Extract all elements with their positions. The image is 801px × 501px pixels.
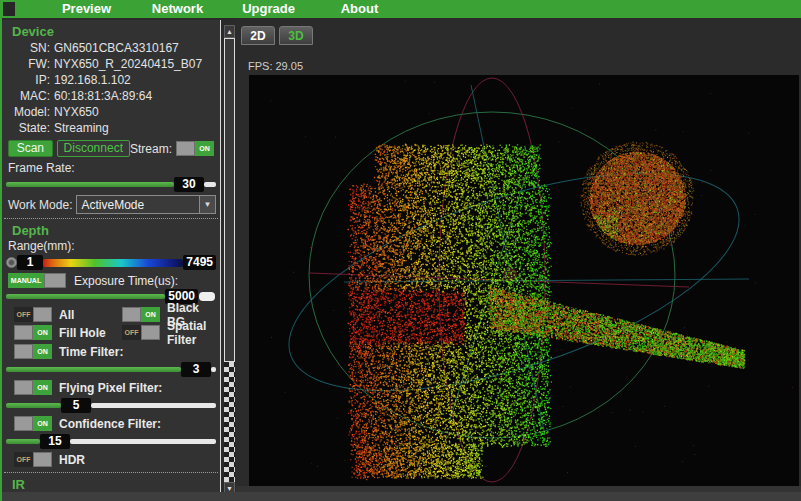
device-state-row: State: Streaming [2, 120, 220, 136]
scrollbar-thumb[interactable] [224, 38, 235, 362]
black-bg-toggle[interactable]: ON [122, 307, 160, 322]
slider-fill [6, 294, 165, 299]
frame-rate-slider[interactable]: 30 [6, 177, 216, 192]
confidence-filter-label: Confidence Filter: [59, 417, 161, 431]
sidebar-scrollbar[interactable]: ▲ ▼ [224, 25, 235, 495]
slider-fill [6, 367, 181, 372]
slider-fill [6, 403, 61, 408]
main-area: 2D 3D FPS: 29.05 [236, 18, 801, 501]
frame-rate-label: Frame Rate: [2, 159, 220, 176]
exposure-label: Exposure Time(us): [74, 274, 178, 288]
work-mode-label: Work Mode: [8, 198, 72, 212]
spatial-filter-toggle[interactable]: OFF [122, 325, 160, 340]
slider-track [70, 439, 216, 444]
slider-fill [6, 182, 174, 187]
confidence-value: 15 [40, 434, 70, 449]
toggle-knob [14, 380, 33, 395]
pointcloud-viewport[interactable] [249, 75, 799, 486]
slider-fill [6, 439, 40, 444]
menu-network[interactable]: Network [132, 0, 223, 18]
menu-preview[interactable]: Preview [41, 0, 132, 18]
range-min-value: 1 [17, 255, 43, 270]
tab-2d[interactable]: 2D [241, 26, 275, 45]
spatial-filter-label: Spatial Filter [167, 319, 220, 347]
scroll-up-icon[interactable]: ▲ [224, 25, 235, 38]
all-label: All [59, 308, 74, 322]
device-section-title: Device [2, 22, 220, 40]
depth-section-title: Depth [2, 221, 220, 239]
scan-button[interactable]: Scan [8, 140, 53, 157]
confidence-slider[interactable]: 15 [6, 434, 216, 449]
toggle-knob [33, 307, 52, 322]
device-fw-row: FW: NYX650_R_20240415_B07 [2, 56, 220, 72]
depth-range-slider[interactable]: 1 7495 [6, 255, 216, 270]
range-max-value: 7495 [183, 255, 216, 270]
tab-3d[interactable]: 3D [279, 26, 313, 45]
stream-toggle[interactable]: ON [176, 141, 214, 156]
stream-label: Stream: [130, 142, 172, 156]
toggle-knob [141, 325, 160, 340]
disconnect-button[interactable]: Disconnect [57, 140, 130, 157]
menu-upgrade[interactable]: Upgrade [223, 0, 314, 18]
menu-bar: Preview Network Upgrade About [2, 0, 801, 18]
flying-pixel-slider[interactable]: 5 [6, 398, 216, 413]
flying-pixel-filter-toggle[interactable]: ON [14, 380, 52, 395]
chevron-down-icon[interactable]: ▼ [199, 196, 215, 213]
slider-track [211, 367, 216, 372]
view-tabs: 2D 3D [241, 26, 313, 45]
time-filter-label: Time Filter: [59, 345, 123, 359]
all-toggle[interactable]: OFF [14, 307, 52, 322]
exposure-manual-toggle[interactable]: MANUAL [8, 273, 66, 288]
fps-counter: FPS: 29.05 [248, 60, 303, 72]
ir-section-title: IR [2, 475, 220, 493]
confidence-filter-toggle[interactable]: ON [14, 416, 52, 431]
sidebar-panel: Device SN: GN6501CBCA3310167 FW: NYX650_… [2, 20, 221, 497]
toggle-knob [176, 141, 195, 156]
time-filter-value: 3 [181, 362, 211, 377]
slider-track [204, 182, 216, 187]
time-filter-toggle[interactable]: ON [14, 344, 52, 359]
range-min-handle[interactable] [6, 257, 17, 268]
toggle-knob [14, 344, 33, 359]
toggle-knob [122, 307, 141, 322]
window-bottom-bar [2, 492, 801, 501]
toggle-knob [44, 273, 66, 288]
range-label: Range(mm): [2, 239, 220, 254]
work-mode-dropdown[interactable]: ActiveMode ▼ [76, 195, 216, 214]
hdr-label: HDR [59, 453, 85, 467]
fill-hole-label: Fill Hole [59, 326, 106, 340]
fill-hole-toggle[interactable]: ON [14, 325, 52, 340]
menu-about[interactable]: About [314, 0, 405, 18]
toggle-knob [33, 452, 52, 467]
device-sn-row: SN: GN6501CBCA3310167 [2, 40, 220, 56]
flying-pixel-value: 5 [61, 398, 91, 413]
frame-rate-value: 30 [174, 177, 204, 192]
toggle-knob [14, 325, 33, 340]
pointcloud-canvas[interactable] [249, 75, 799, 486]
flying-pixel-filter-label: Flying Pixel Filter: [59, 381, 162, 395]
hdr-toggle[interactable]: OFF [14, 452, 52, 467]
slider-track [91, 403, 216, 408]
separator [4, 472, 218, 473]
scrollbar-track[interactable] [224, 362, 235, 482]
device-mac-row: MAC: 60:18:81:3A:89:64 [2, 88, 220, 104]
range-gradient-track [43, 259, 183, 267]
time-filter-slider[interactable]: 3 [6, 362, 216, 377]
separator [4, 218, 218, 219]
toggle-knob [14, 416, 33, 431]
app-window: Preview Network Upgrade About Device SN:… [0, 0, 801, 501]
device-ip-row: IP: 192.168.1.102 [2, 72, 220, 88]
app-icon [3, 2, 15, 16]
device-model-row: Model: NYX650 [2, 104, 220, 120]
